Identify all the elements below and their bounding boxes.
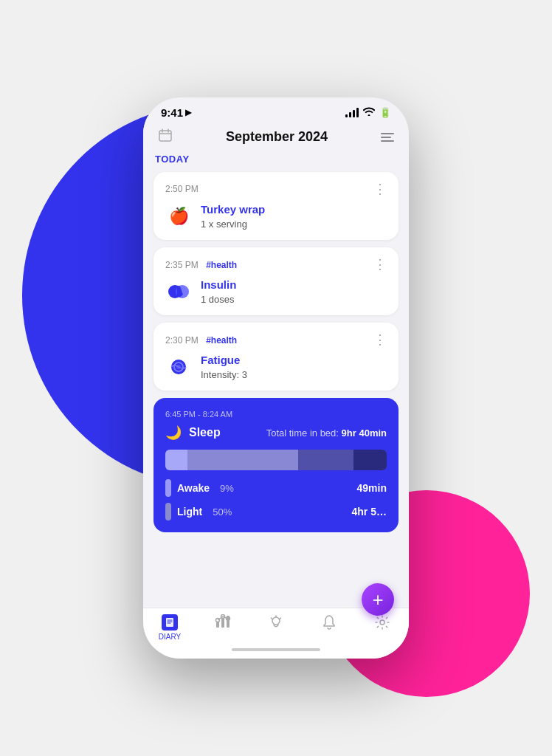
stats-icon xyxy=(215,614,231,633)
entry-subtitle-3: Intensity: 3 xyxy=(201,369,247,380)
entry-menu-1[interactable]: ⋮ xyxy=(373,182,387,196)
svg-rect-0 xyxy=(159,131,171,141)
status-icons: 🔋 xyxy=(345,107,391,118)
entry-meta-3: 2:30 PM #health ⋮ xyxy=(165,333,387,346)
home-indicator xyxy=(143,644,409,659)
entry-body-3: Fatigue Intensity: 3 xyxy=(165,354,387,380)
status-time: 9:41 ▶ xyxy=(161,106,191,119)
sleep-bar xyxy=(165,450,387,470)
sleep-stat-light: Light 50% 4hr 5… xyxy=(165,503,387,520)
entry-time-3: 2:30 PM xyxy=(165,335,199,346)
sleep-total-text: Total time in bed: 9hr 40min xyxy=(266,427,387,439)
awake-dot xyxy=(165,479,171,497)
sleep-stat-light-left: Light 50% xyxy=(165,503,232,520)
entry-body-2: Insulin 1 doses xyxy=(165,278,387,305)
sleep-segment-light xyxy=(187,450,298,470)
svg-point-13 xyxy=(272,617,280,625)
sleep-segment-deep xyxy=(298,450,353,470)
entry-subtitle-2: 1 doses xyxy=(201,294,236,305)
entry-meta-1: 2:50 PM ⋮ xyxy=(165,182,387,196)
entry-icon-fatigue xyxy=(165,354,192,380)
entry-subtitle-1: 1 x serving xyxy=(201,219,265,230)
bell-icon xyxy=(322,614,337,634)
svg-point-14 xyxy=(380,620,384,625)
tab-settings[interactable] xyxy=(364,614,401,636)
entry-title-2: Insulin xyxy=(201,278,236,291)
svg-rect-8 xyxy=(221,618,224,628)
tab-notifications[interactable] xyxy=(311,614,348,636)
entry-icon-medicine xyxy=(165,278,192,305)
tab-stats[interactable] xyxy=(204,614,241,635)
sleep-entry[interactable]: 6:45 PM - 8:24 AM 🌙 Sleep Total time in … xyxy=(153,398,399,532)
sleep-segment-rem xyxy=(353,450,387,470)
entry-title-1: Turkey wrap xyxy=(201,203,265,216)
scroll-content: TODAY 2:50 PM ⋮ 🍎 Turkey wrap 1 x servin… xyxy=(143,154,409,608)
diary-icon xyxy=(162,614,178,630)
location-icon: ▶ xyxy=(185,108,191,117)
sleep-label: Sleep xyxy=(189,426,221,439)
status-bar: 9:41 ▶ 🔋 xyxy=(143,97,409,122)
tab-diary-label: DIARY xyxy=(159,633,181,641)
svg-rect-6 xyxy=(166,618,173,627)
entry-menu-2[interactable]: ⋮ xyxy=(373,258,387,271)
home-bar xyxy=(232,648,320,651)
wifi-icon xyxy=(363,107,375,118)
battery-icon: 🔋 xyxy=(379,107,391,118)
entry-time-2: 2:35 PM xyxy=(165,260,199,270)
entry-time-tag-2: 2:35 PM #health xyxy=(165,258,237,271)
entry-time-tag-3: 2:30 PM #health xyxy=(165,333,237,346)
signal-icon xyxy=(345,109,359,117)
sleep-moon-icon: 🌙 xyxy=(165,425,182,441)
menu-icon[interactable] xyxy=(381,133,394,142)
entry-icon-food: 🍎 xyxy=(165,203,192,230)
section-today-label: TODAY xyxy=(153,154,399,165)
entry-insulin[interactable]: 2:35 PM #health ⋮ Insulin 1 doses xyxy=(153,247,399,315)
header-title: September 2024 xyxy=(226,129,328,145)
entry-details-2: Insulin 1 doses xyxy=(201,278,236,305)
light-dot xyxy=(165,503,171,520)
app-header: September 2024 xyxy=(143,122,409,154)
gear-icon xyxy=(374,614,390,634)
sleep-stat-awake: Awake 9% 49min xyxy=(165,479,387,497)
entry-body-1: 🍎 Turkey wrap 1 x serving xyxy=(165,203,387,230)
entry-details-1: Turkey wrap 1 x serving xyxy=(201,203,265,230)
entry-tag-3: #health xyxy=(206,335,237,346)
sleep-time-range: 6:45 PM - 8:24 AM xyxy=(165,410,387,419)
sleep-stats: Awake 9% 49min Light 50% 4hr 5… xyxy=(165,479,387,520)
entry-fatigue[interactable]: 2:30 PM #health ⋮ Fatigue Intensity: 3 xyxy=(153,323,399,391)
entry-meta-2: 2:35 PM #health ⋮ xyxy=(165,258,387,271)
entry-title-3: Fatigue xyxy=(201,354,247,366)
insights-icon xyxy=(268,614,284,634)
phone-shell: 9:41 ▶ 🔋 xyxy=(143,97,409,659)
fab-add-button[interactable]: + xyxy=(362,583,394,616)
calendar-icon[interactable] xyxy=(158,128,173,146)
entry-details-3: Fatigue Intensity: 3 xyxy=(201,354,247,380)
entry-time-1: 2:50 PM xyxy=(165,184,199,194)
entry-menu-3[interactable]: ⋮ xyxy=(373,333,387,346)
tab-insights[interactable] xyxy=(258,614,294,636)
entry-turkey-wrap[interactable]: 2:50 PM ⋮ 🍎 Turkey wrap 1 x serving xyxy=(153,172,399,240)
sleep-title-row: 🌙 Sleep Total time in bed: 9hr 40min xyxy=(165,425,387,441)
tab-diary[interactable]: DIARY xyxy=(151,614,188,641)
sleep-segment-awake xyxy=(165,450,187,470)
sleep-stat-awake-left: Awake 9% xyxy=(165,479,234,497)
entry-tag-2: #health xyxy=(206,260,237,270)
